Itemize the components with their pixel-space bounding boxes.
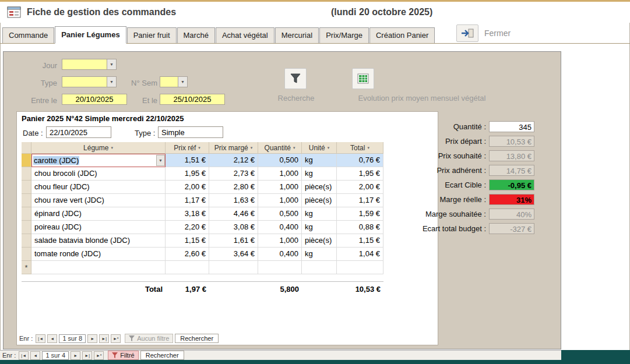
search-box[interactable]: Rechercher (140, 351, 184, 360)
row-selector[interactable] (22, 167, 31, 181)
combo-dropdown-icon[interactable]: ▼ (156, 155, 165, 166)
summary-value-quantit[interactable]: 345 (489, 121, 534, 132)
table-cell[interactable]: pièce(s) (302, 234, 337, 248)
nav-previous-button[interactable]: ◄ (47, 334, 57, 343)
search-box[interactable]: Rechercher (175, 334, 219, 343)
table-cell[interactable]: 2,60 € (166, 248, 209, 261)
column-header-quantit[interactable]: Quantité▾ (258, 142, 302, 154)
row-selector[interactable] (22, 154, 31, 167)
empty-cell[interactable] (209, 261, 258, 274)
type-combo[interactable]: ▼ (62, 76, 117, 87)
chevron-down-icon[interactable]: ▼ (107, 59, 116, 69)
table-cell[interactable]: poireau (JDC) (31, 221, 166, 234)
table-cell[interactable]: pièce(s) (302, 194, 337, 207)
table-cell[interactable]: kg (302, 154, 337, 167)
table-cell[interactable]: kg (302, 207, 337, 221)
datasheet-select-all[interactable] (22, 142, 31, 154)
record-position[interactable]: 1 sur 8 (59, 334, 86, 343)
table-cell[interactable]: 2,73 € (209, 167, 258, 181)
tab-march[interactable]: Marché (177, 27, 215, 43)
tab-commande[interactable]: Commande (2, 27, 54, 43)
filter-status-none[interactable]: Aucun filtre (125, 334, 173, 343)
table-cell[interactable]: 3,18 € (166, 207, 209, 221)
table-cell[interactable]: 2,00 € (166, 181, 209, 194)
row-selector[interactable] (22, 221, 31, 234)
chevron-down-icon[interactable]: ▼ (107, 77, 116, 87)
table-cell[interactable]: 1,63 € (209, 194, 258, 207)
nav-next-button[interactable]: ► (87, 334, 97, 343)
column-filter-icon[interactable]: ▾ (367, 146, 369, 150)
table-cell[interactable]: 0,400 (258, 221, 302, 234)
column-filter-icon[interactable]: ▾ (328, 146, 330, 150)
nav-new-record-button[interactable]: ►* (111, 334, 121, 343)
table-cell[interactable]: 1,000 (258, 234, 302, 248)
filter-status-filtered[interactable]: Filtré (108, 351, 138, 360)
column-filter-icon[interactable]: ▾ (111, 146, 113, 150)
table-cell[interactable]: 2,20 € (166, 221, 209, 234)
close-button[interactable] (456, 24, 478, 42)
column-filter-icon[interactable]: ▾ (198, 146, 200, 150)
table-cell[interactable]: 1,59 € (337, 207, 383, 221)
new-record-selector[interactable]: * (22, 261, 31, 274)
table-cell[interactable]: 1,95 € (166, 167, 209, 181)
column-filter-icon[interactable]: ▾ (293, 146, 295, 150)
table-cell[interactable]: 1,000 (258, 167, 302, 181)
row-selector[interactable] (22, 234, 31, 248)
nav-new-record-button[interactable]: ►* (94, 351, 104, 360)
table-cell[interactable]: chou brocoli (JDC) (31, 167, 166, 181)
nav-first-button[interactable]: |◄ (36, 334, 45, 343)
table-cell[interactable]: 1,04 € (337, 248, 383, 261)
record-position[interactable]: 1 sur 4 (42, 351, 69, 360)
table-cell[interactable]: 1,15 € (337, 234, 383, 248)
row-selector[interactable] (22, 248, 31, 261)
empty-cell[interactable] (258, 261, 302, 274)
table-cell[interactable]: kg (302, 221, 337, 234)
tab-achat-v-g-tal[interactable]: Achat végétal (216, 27, 274, 43)
tab-panier-fruit[interactable]: Panier fruit (127, 27, 177, 43)
sem-combo[interactable]: ▼ (160, 76, 188, 87)
table-cell[interactable]: 0,500 (258, 154, 302, 167)
nav-next-button[interactable]: ► (71, 351, 80, 360)
evolution-button[interactable] (352, 68, 374, 89)
column-header-prix-marg[interactable]: Prix margé▾ (209, 142, 258, 154)
table-cell[interactable]: kg (302, 167, 337, 181)
row-selector[interactable] (22, 181, 31, 194)
nav-previous-button[interactable]: ◄ (30, 351, 40, 360)
table-cell[interactable]: 3,08 € (209, 221, 258, 234)
table-cell[interactable]: 1,51 € (166, 154, 209, 167)
date-to-field[interactable]: 25/10/2025 (160, 94, 225, 105)
table-cell[interactable]: 1,17 € (166, 194, 209, 207)
table-cell[interactable]: 1,61 € (209, 234, 258, 248)
table-cell[interactable]: tomate ronde (JDC) (31, 248, 166, 261)
tab-mercurial[interactable]: Mercurial (275, 27, 319, 43)
table-cell[interactable]: 3,64 € (209, 248, 258, 261)
column-header-total[interactable]: Total▾ (337, 142, 383, 154)
date-from-field[interactable]: 20/10/2025 (62, 94, 127, 105)
row-selector[interactable] (22, 194, 31, 207)
table-cell[interactable]: 4,46 € (209, 207, 258, 221)
empty-cell[interactable] (31, 261, 166, 274)
table-cell[interactable]: 1,17 € (337, 194, 383, 207)
empty-cell[interactable] (337, 261, 383, 274)
legume-combo-cell[interactable]: carotte (JDC)▼ (31, 154, 166, 167)
date-field[interactable]: 22/10/2025 (46, 126, 111, 138)
table-cell[interactable]: 2,12 € (209, 154, 258, 167)
table-cell[interactable]: 0,400 (258, 248, 302, 261)
column-header-prix-r-f[interactable]: Prix réf▾ (166, 142, 209, 154)
table-cell[interactable]: 0,76 € (337, 154, 383, 167)
nav-last-button[interactable]: ►| (99, 334, 109, 343)
empty-cell[interactable] (166, 261, 209, 274)
table-cell[interactable]: kg (302, 248, 337, 261)
nav-first-button[interactable]: |◄ (19, 351, 29, 360)
column-filter-icon[interactable]: ▾ (251, 146, 253, 150)
table-cell[interactable]: épinard (JDC) (31, 207, 166, 221)
table-cell[interactable]: pièce(s) (302, 181, 337, 194)
tab-panier-l-gumes[interactable]: Panier Légumes (55, 26, 126, 44)
table-cell[interactable]: chou fleur (JDC) (31, 181, 166, 194)
jour-combo[interactable]: ▼ (62, 59, 117, 70)
table-cell[interactable]: 1,15 € (166, 234, 209, 248)
tab-prix-marge[interactable]: Prix/Marge (319, 27, 369, 43)
row-selector[interactable] (22, 207, 31, 221)
table-cell[interactable]: salade batavia blonde (JDC) (31, 234, 166, 248)
column-header-l-gume[interactable]: Légume▾ (31, 142, 166, 154)
